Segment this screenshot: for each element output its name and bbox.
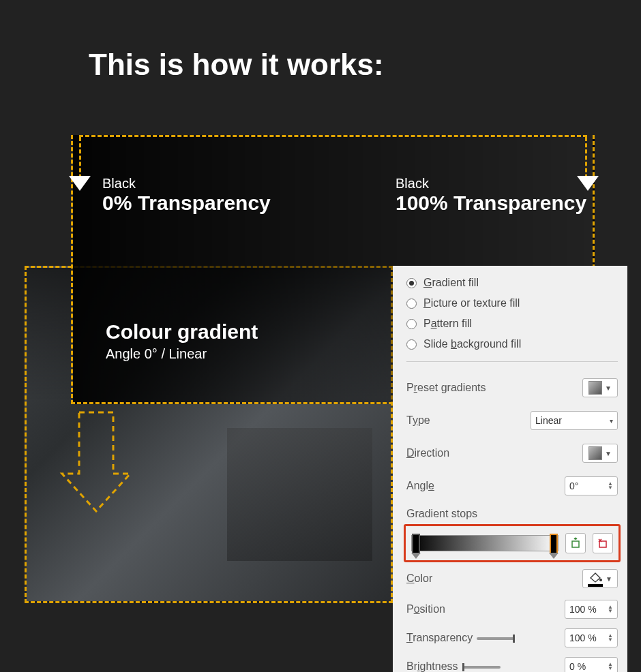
transparency-spinner[interactable]: 100 % ▲▼ [565, 628, 618, 647]
type-dropdown[interactable]: Linear ▾ [531, 411, 618, 430]
color-picker[interactable]: ▼ [582, 569, 618, 588]
direction-row: Direction ▼ [406, 437, 618, 470]
fill-option-gradient[interactable]: Gradient fill [406, 273, 618, 293]
preset-gradients-picker[interactable]: ▼ [582, 378, 618, 397]
stop1-color: Black [102, 176, 271, 192]
remove-stop-button[interactable] [593, 533, 613, 553]
radio-icon [406, 299, 417, 309]
stop1-transparency: 0% Transparency [102, 192, 271, 215]
color-label: Color [406, 572, 432, 585]
angle-row: Angle 0° ▲▼ [406, 470, 618, 502]
transparency-label: Transparency [406, 632, 519, 644]
fill-option-gradient-label: Gradient fill [423, 277, 479, 289]
gradient-swatch-icon [588, 381, 602, 395]
fill-option-picture-label: Picture or texture fill [423, 297, 520, 309]
direction-label: Direction [406, 447, 449, 459]
gradient-stops-label: Gradient stops [406, 502, 618, 520]
fill-option-pattern-label: Pattern fill [423, 318, 472, 330]
position-spinner[interactable]: 100 % ▲▼ [565, 600, 618, 619]
angle-value: 0° [569, 480, 578, 491]
color-row: Color ▼ [406, 562, 618, 595]
gradient-stop-handle-2[interactable] [550, 534, 558, 554]
page-title: This is how it works: [89, 48, 384, 82]
radio-icon [406, 319, 417, 329]
angle-label: Angle [406, 480, 434, 492]
chevron-down-icon: ▾ [610, 417, 613, 425]
chevron-down-icon: ▼ [606, 575, 612, 583]
angle-spinner[interactable]: 0° ▲▼ [565, 476, 618, 495]
fill-option-pattern[interactable]: Pattern fill [406, 314, 618, 334]
fill-option-slidebg[interactable]: Slide background fill [406, 334, 618, 354]
slider-icon[interactable] [477, 637, 515, 640]
brightness-label: Brightness [406, 660, 505, 672]
brightness-spinner[interactable]: 0 % ▲▼ [565, 657, 618, 672]
position-value: 100 % [569, 604, 597, 615]
fill-option-slidebg-label: Slide background fill [423, 338, 521, 350]
transparency-value: 100 % [569, 632, 597, 643]
spinner-arrows-icon: ▲▼ [608, 482, 613, 490]
gradient-stops-track[interactable] [411, 535, 558, 551]
position-label: Position [406, 603, 445, 615]
big-down-arrow-icon [59, 409, 134, 518]
svg-point-0 [599, 579, 602, 581]
slider-icon[interactable] [462, 666, 501, 669]
direction-swatch-icon [588, 446, 602, 460]
gradient-subtitle: Angle 0° / Linear [106, 346, 258, 362]
radio-checked-icon [406, 278, 417, 288]
preset-gradients-row: Preset gradients ▼ [406, 371, 618, 404]
radio-icon [406, 339, 417, 350]
preset-gradients-label: Preset gradients [406, 382, 486, 394]
direction-picker[interactable]: ▼ [582, 444, 618, 463]
paint-bucket-icon [588, 572, 603, 585]
gradient-description: Colour gradient Angle 0° / Linear [106, 320, 258, 362]
brightness-row: Brightness 0 % ▲▼ [406, 652, 618, 672]
format-fill-panel: Gradient fill Picture or texture fill Pa… [393, 266, 627, 672]
gradient-stops-editor [404, 524, 621, 562]
stop2-transparency: 100% Transparency [396, 192, 586, 215]
divider [406, 361, 618, 362]
type-label: Type [406, 414, 430, 427]
chevron-down-icon: ▼ [605, 450, 612, 457]
spinner-arrows-icon: ▲▼ [608, 634, 613, 642]
type-value: Linear [535, 415, 562, 426]
position-row: Position 100 % ▲▼ [406, 595, 618, 624]
add-stop-button[interactable] [565, 533, 586, 553]
fill-option-picture[interactable]: Picture or texture fill [406, 293, 618, 314]
stop2-label: Black 100% Transparency [396, 176, 586, 215]
gradient-title: Colour gradient [106, 320, 258, 343]
transparency-row: Transparency 100 % ▲▼ [406, 624, 618, 652]
stop1-label: Black 0% Transparency [102, 176, 271, 215]
stop2-color: Black [396, 176, 586, 192]
brightness-value: 0 % [569, 661, 586, 672]
arrow-down-icon [69, 176, 91, 191]
type-row: Type Linear ▾ [406, 404, 618, 437]
gradient-stop-handle-1[interactable] [412, 534, 420, 554]
spinner-arrows-icon: ▲▼ [608, 662, 613, 671]
chevron-down-icon: ▼ [605, 384, 612, 392]
spinner-arrows-icon: ▲▼ [608, 605, 613, 613]
